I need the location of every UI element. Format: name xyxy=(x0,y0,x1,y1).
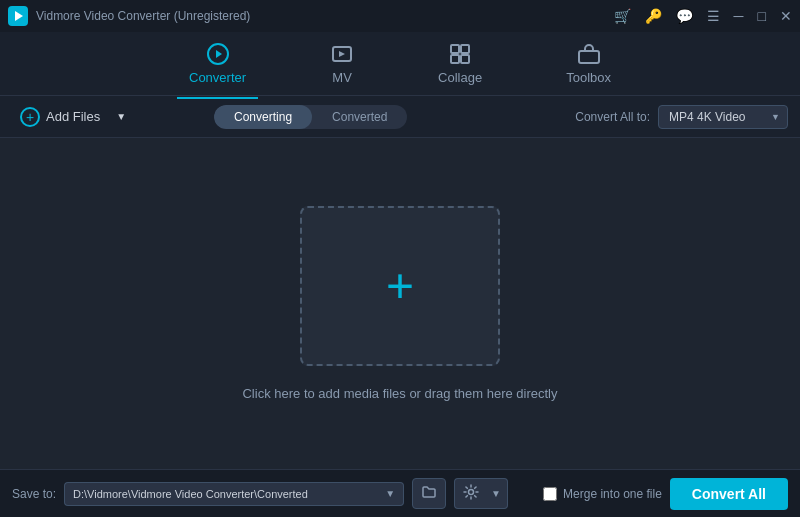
settings-button[interactable] xyxy=(454,478,485,509)
svg-rect-7 xyxy=(451,55,459,63)
cart-icon[interactable]: 🛒 xyxy=(614,8,631,24)
save-path-input[interactable] xyxy=(64,482,377,506)
svg-rect-6 xyxy=(461,45,469,53)
svg-point-10 xyxy=(469,490,474,495)
maximize-icon[interactable]: □ xyxy=(758,8,766,24)
drop-text: Click here to add media files or drag th… xyxy=(242,386,557,401)
folder-button[interactable] xyxy=(412,478,446,509)
svg-marker-3 xyxy=(216,50,222,58)
chat-icon[interactable]: 💬 xyxy=(676,8,693,24)
main-content: + Click here to add media files or drag … xyxy=(0,138,800,469)
format-select[interactable]: MP4 4K Video MP4 HD Video MP4 SD Video A… xyxy=(658,105,788,129)
tab-collage[interactable]: Collage xyxy=(426,36,494,91)
save-path-dropdown-button[interactable]: ▼ xyxy=(377,482,404,506)
tab-mv-label: MV xyxy=(332,70,352,85)
bottom-bar: Save to: ▼ ▼ Merge into one file Convert… xyxy=(0,469,800,517)
merge-label: Merge into one file xyxy=(563,487,662,501)
tab-converter[interactable]: Converter xyxy=(177,36,258,91)
minimize-icon[interactable]: ─ xyxy=(734,8,744,24)
save-path-wrapper: ▼ xyxy=(64,482,404,506)
svg-rect-9 xyxy=(579,51,599,63)
gear-icon xyxy=(463,484,479,500)
add-files-dropdown-button[interactable]: ▼ xyxy=(116,111,126,122)
convert-all-to-section: Convert All to: MP4 4K Video MP4 HD Vide… xyxy=(575,105,788,129)
folder-icon xyxy=(421,484,437,500)
title-bar-controls: 🛒 🔑 💬 ☰ ─ □ ✕ xyxy=(614,8,792,24)
close-icon[interactable]: ✕ xyxy=(780,8,792,24)
tab-collage-label: Collage xyxy=(438,70,482,85)
converted-button[interactable]: Converted xyxy=(312,105,407,129)
nav-tabs: Converter MV Collage Toolbox xyxy=(0,32,800,96)
merge-checkbox[interactable] xyxy=(543,487,557,501)
toolbox-icon xyxy=(577,42,601,66)
status-toggle: Converting Converted xyxy=(214,105,407,129)
settings-dropdown-button[interactable]: ▼ xyxy=(485,478,508,509)
save-to-label: Save to: xyxy=(12,487,56,501)
title-bar-title: Vidmore Video Converter (Unregistered) xyxy=(36,9,614,23)
tab-toolbox-label: Toolbox xyxy=(566,70,611,85)
plus-icon: + xyxy=(386,262,414,310)
convert-all-button[interactable]: Convert All xyxy=(670,478,788,510)
app-logo xyxy=(8,6,28,26)
collage-icon xyxy=(448,42,472,66)
add-files-circle-icon: + xyxy=(20,107,40,127)
tab-converter-label: Converter xyxy=(189,70,246,85)
settings-button-wrapper: ▼ xyxy=(454,478,508,509)
merge-into-one-wrapper: Merge into one file xyxy=(543,487,662,501)
toolbar: + Add Files ▼ Converting Converted Conve… xyxy=(0,96,800,138)
hamburger-icon[interactable]: ☰ xyxy=(707,8,720,24)
converter-icon xyxy=(206,42,230,66)
mv-icon xyxy=(330,42,354,66)
format-select-wrapper: MP4 4K Video MP4 HD Video MP4 SD Video A… xyxy=(658,105,788,129)
drop-zone[interactable]: + xyxy=(300,206,500,366)
svg-rect-5 xyxy=(451,45,459,53)
tab-toolbox[interactable]: Toolbox xyxy=(554,36,623,91)
converting-button[interactable]: Converting xyxy=(214,105,312,129)
convert-all-to-label: Convert All to: xyxy=(575,110,650,124)
title-bar: Vidmore Video Converter (Unregistered) 🛒… xyxy=(0,0,800,32)
tab-mv[interactable]: MV xyxy=(318,36,366,91)
add-files-label: Add Files xyxy=(46,109,100,124)
key-icon[interactable]: 🔑 xyxy=(645,8,662,24)
add-files-button[interactable]: + Add Files xyxy=(12,103,108,131)
svg-rect-8 xyxy=(461,55,469,63)
